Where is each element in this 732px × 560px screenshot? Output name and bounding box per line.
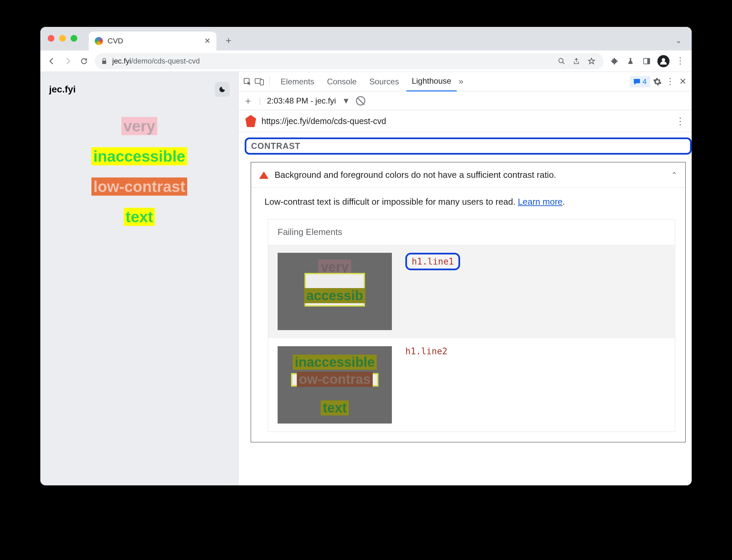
lighthouse-toolbar: ＋ | 2:03:48 PM - jec.fyi ▼: [239, 91, 692, 110]
svg-point-3: [662, 58, 665, 62]
svg-rect-6: [260, 80, 263, 85]
chevron-up-icon: ⌃: [671, 171, 677, 179]
close-window-button[interactable]: [48, 35, 54, 42]
tabs-menu-button[interactable]: ⌄: [676, 36, 682, 45]
demo-line-1: very: [121, 117, 157, 135]
inspect-element-button[interactable]: [242, 76, 253, 87]
site-title: jec.fyi: [49, 84, 76, 95]
report-menu-button[interactable]: ⋮: [676, 116, 685, 127]
devtools-panel: Elements Console Sources Lighthouse » 4 …: [239, 72, 692, 485]
search-icon[interactable]: [558, 57, 568, 65]
dropdown-icon[interactable]: ▼: [342, 96, 350, 106]
failing-elements-title: Failing Elements: [268, 219, 675, 245]
browser-tab[interactable]: CVD ✕: [89, 32, 216, 50]
url-text: jec.fyi/demo/cds-quest-cvd: [112, 57, 553, 66]
tab-sources[interactable]: Sources: [364, 72, 404, 91]
demo-line-4: text: [124, 208, 155, 226]
audit-card: Background and foreground colors do not …: [251, 162, 686, 442]
warning-icon: [259, 171, 269, 179]
devtools-menu-button[interactable]: ⋮: [665, 76, 676, 87]
reload-button[interactable]: [79, 56, 89, 67]
report-select[interactable]: 2:03:48 PM - jec.fyi: [267, 96, 336, 106]
content-area: jec.fyi very inaccessible low-contrast t…: [40, 72, 692, 485]
theme-toggle-button[interactable]: [215, 82, 230, 97]
share-icon[interactable]: [573, 57, 583, 65]
failing-element-row[interactable]: very accessib h1.line1: [268, 245, 675, 338]
demo-line-2: inaccessible: [91, 147, 188, 165]
tab-elements[interactable]: Elements: [275, 72, 320, 91]
failing-element-row[interactable]: inaccessible ow-contras text h1.line2: [268, 338, 675, 432]
window-controls: [48, 35, 77, 42]
section-title-contrast: CONTRAST: [245, 137, 692, 155]
close-tab-button[interactable]: ✕: [204, 37, 210, 45]
element-thumbnail: inaccessible ow-contras text: [278, 346, 392, 424]
audit-title: Background and foreground colors do not …: [275, 170, 556, 180]
minimize-window-button[interactable]: [59, 35, 66, 42]
tab-title: CVD: [108, 37, 200, 45]
failing-elements-box: Failing Elements very accessib h1.line1 …: [268, 219, 675, 432]
svg-rect-2: [647, 58, 650, 64]
devtools-settings-button[interactable]: [652, 76, 663, 87]
new-tab-button[interactable]: ＋: [222, 34, 235, 46]
bookmark-star-icon[interactable]: [587, 57, 598, 65]
element-selector[interactable]: h1.line2: [405, 346, 447, 356]
lock-icon: [101, 57, 108, 65]
audit-header[interactable]: Background and foreground colors do not …: [251, 162, 685, 188]
report-url: https://jec.fyi/demo/cds-quest-cvd: [261, 116, 386, 126]
rendered-page: jec.fyi very inaccessible low-contrast t…: [40, 72, 239, 485]
element-thumbnail: very accessib: [278, 253, 392, 330]
new-report-button[interactable]: ＋: [243, 94, 253, 107]
extensions-button[interactable]: [609, 56, 620, 67]
address-bar[interactable]: jec.fyi/demo/cds-quest-cvd: [95, 53, 604, 69]
svg-point-0: [559, 58, 563, 63]
learn-more-link[interactable]: Learn more: [518, 197, 563, 207]
tab-strip: CVD ✕ ＋ ⌄: [40, 27, 692, 50]
clear-report-button[interactable]: [356, 96, 365, 106]
devtools-tabbar: Elements Console Sources Lighthouse » 4 …: [239, 72, 692, 91]
tab-console[interactable]: Console: [322, 72, 362, 91]
audit-description: Low-contrast text is difficult or imposs…: [251, 188, 685, 216]
demo-content: very inaccessible low-contrast text: [47, 117, 232, 226]
tab-lighthouse[interactable]: Lighthouse: [406, 72, 456, 91]
element-selector[interactable]: h1.line1: [405, 253, 460, 270]
issues-badge[interactable]: 4: [630, 76, 650, 87]
lighthouse-report-header: https://jec.fyi/demo/cds-quest-cvd ⋮: [239, 110, 692, 132]
issues-count: 4: [643, 77, 647, 86]
browser-window: CVD ✕ ＋ ⌄ jec.fyi/demo/cds-quest-cvd: [40, 27, 692, 485]
forward-button[interactable]: [63, 56, 73, 67]
more-tabs-button[interactable]: »: [459, 76, 463, 87]
back-button[interactable]: [46, 56, 57, 67]
profile-avatar[interactable]: [657, 55, 669, 67]
device-toolbar-button[interactable]: [254, 76, 265, 87]
sidepanel-button[interactable]: [641, 56, 652, 67]
devtools-close-button[interactable]: ✕: [678, 76, 688, 87]
lighthouse-icon: [245, 115, 256, 127]
browser-toolbar: jec.fyi/demo/cds-quest-cvd ⋮: [40, 50, 692, 72]
chrome-menu-button[interactable]: ⋮: [675, 56, 686, 67]
demo-line-3: low-contrast: [91, 177, 187, 196]
favicon-icon: [95, 37, 103, 45]
labs-button[interactable]: [625, 56, 636, 67]
maximize-window-button[interactable]: [71, 35, 77, 42]
